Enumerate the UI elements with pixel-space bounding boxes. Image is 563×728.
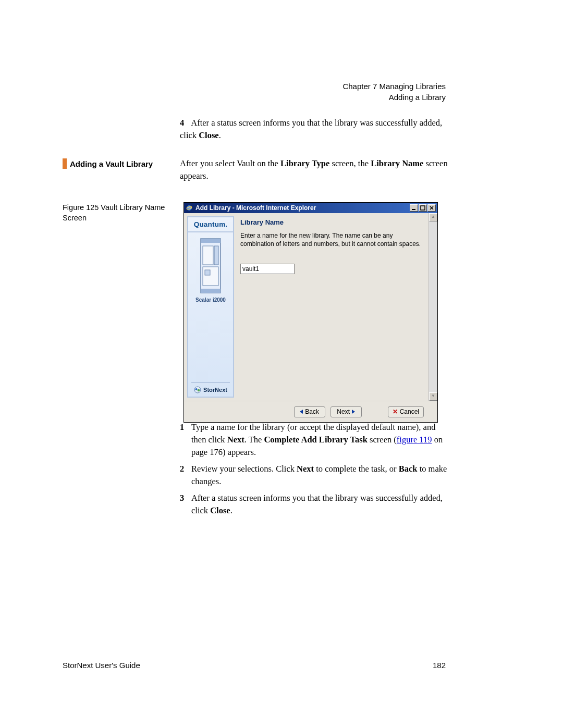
triangle-left-icon xyxy=(300,410,303,414)
svg-rect-12 xyxy=(205,270,210,275)
triangle-right-icon xyxy=(352,410,355,414)
step-number: 2 xyxy=(180,463,191,488)
svg-rect-9 xyxy=(203,246,213,265)
minimize-button[interactable] xyxy=(410,204,418,212)
step-number: 1 xyxy=(180,421,191,459)
step-text: Review your selections. Click Next to co… xyxy=(191,463,451,488)
stornext-icon xyxy=(194,386,201,393)
svg-rect-11 xyxy=(203,267,218,286)
cancel-label: Cancel xyxy=(400,408,419,415)
svg-point-15 xyxy=(198,389,200,392)
section-line: Adding a Library xyxy=(342,92,446,103)
window-body: Quantum. Scalar i2000 StorNext xyxy=(184,213,437,401)
step-text: After a status screen informs you that t… xyxy=(191,492,451,517)
ie-icon xyxy=(186,204,193,212)
section-heading: Adding a Vault Library xyxy=(63,158,153,169)
add-library-window: Add Library - Microsoft Internet Explore… xyxy=(183,202,438,423)
intro-paragraph: After you select Vault on the Library Ty… xyxy=(180,157,450,182)
step-3: 3 After a status screen informs you that… xyxy=(180,492,451,517)
svg-rect-8 xyxy=(201,289,221,293)
section-heading-text: Adding a Vault Library xyxy=(70,159,153,168)
maximize-button[interactable] xyxy=(419,204,427,212)
page-header: Chapter 7 Managing Libraries Adding a Li… xyxy=(342,81,446,103)
content-pane: Library Name Enter a name for the new li… xyxy=(236,213,437,401)
step-number: 3 xyxy=(180,492,191,517)
page: Chapter 7 Managing Libraries Adding a Li… xyxy=(0,0,563,728)
chapter-line: Chapter 7 Managing Libraries xyxy=(342,81,446,92)
close-button[interactable] xyxy=(427,204,436,212)
window-sidebar: Quantum. Scalar i2000 StorNext xyxy=(187,216,234,398)
quantum-logo: Quantum. xyxy=(188,220,233,232)
stornext-logo: StorNext xyxy=(191,382,230,393)
x-icon: ✕ xyxy=(393,408,398,415)
window-titlebar: Add Library - Microsoft Internet Explore… xyxy=(184,203,437,213)
next-label: Next xyxy=(337,408,350,415)
back-label: Back xyxy=(305,408,319,415)
window-controls xyxy=(410,204,436,212)
svg-rect-3 xyxy=(421,206,425,210)
device-illustration xyxy=(198,238,224,294)
cancel-button[interactable]: ✕ Cancel xyxy=(388,406,424,417)
step-4: 4 After a status screen informs you that… xyxy=(180,117,450,142)
scrollbar[interactable]: ▲ ▼ xyxy=(429,213,437,401)
footer-guide-title: StorNext User's Guide xyxy=(63,661,140,670)
scroll-down-button[interactable]: ▼ xyxy=(429,392,437,401)
content-title: Library Name xyxy=(240,218,425,226)
step-number: 4 xyxy=(180,117,189,129)
figure-caption: Figure 125 Vault Library Name Screen xyxy=(63,202,167,224)
steps-list: 1 Type a name for the library (or accept… xyxy=(180,421,451,521)
dialog-button-bar: Back Next ✕ Cancel xyxy=(184,401,437,422)
footer-page-number: 182 xyxy=(433,661,446,670)
heading-accent-bar xyxy=(63,158,67,169)
figure-link[interactable]: figure 119 xyxy=(397,435,432,445)
step-1: 1 Type a name for the library (or accept… xyxy=(180,421,451,459)
library-name-input[interactable] xyxy=(240,264,295,274)
step-text: After a status screen informs you that t… xyxy=(180,118,442,140)
svg-rect-10 xyxy=(214,246,218,265)
device-label: Scalar i2000 xyxy=(188,297,233,303)
svg-point-14 xyxy=(195,388,198,390)
next-button[interactable]: Next xyxy=(331,406,362,417)
back-button[interactable]: Back xyxy=(294,406,325,417)
step-2: 2 Review your selections. Click Next to … xyxy=(180,463,451,488)
svg-rect-7 xyxy=(201,239,221,243)
window-title: Add Library - Microsoft Internet Explore… xyxy=(195,204,410,212)
stornext-text: StorNext xyxy=(203,387,227,393)
content-description: Enter a name for the new library. The na… xyxy=(240,231,425,248)
step-text: Type a name for the library (or accept t… xyxy=(191,421,451,459)
scroll-up-button[interactable]: ▲ xyxy=(429,213,437,221)
